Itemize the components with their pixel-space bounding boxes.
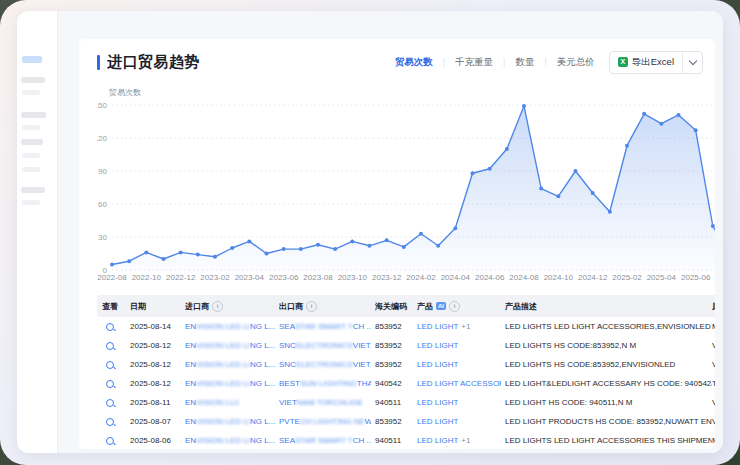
exporter-link[interactable]: SNCELECTRONICSVIET...: [279, 360, 371, 369]
sidebar-placeholder-item[interactable]: [22, 153, 40, 158]
exporter-link[interactable]: VIETNAM TORCHLIGE: [279, 398, 363, 407]
importer-link[interactable]: ENVISION LED LING L...: [185, 379, 275, 388]
metric-tab-1[interactable]: 贸易次数: [393, 56, 435, 69]
chart-data-point[interactable]: [711, 224, 715, 228]
chart-data-point[interactable]: [436, 244, 440, 248]
importer-link[interactable]: ENVISION LED LING L...: [185, 322, 275, 331]
chart-data-point[interactable]: [505, 147, 509, 151]
chart-data-point[interactable]: [127, 259, 131, 263]
name-blurred-segment: VISION LED LI: [196, 360, 250, 369]
title-accent-bar: [97, 55, 100, 70]
importer-link[interactable]: ENVISION LED LING L...: [185, 436, 275, 445]
sidebar-placeholder-item[interactable]: [21, 112, 46, 118]
export-dropdown-button[interactable]: [682, 52, 702, 73]
chart-data-point[interactable]: [179, 250, 183, 254]
chart-data-point[interactable]: [299, 247, 303, 251]
y-axis-tick-label: 90: [98, 167, 107, 176]
y-axis-tick-label: 120: [97, 134, 108, 143]
chart-data-point[interactable]: [316, 243, 320, 247]
magnifier-icon[interactable]: [106, 361, 114, 369]
chart-data-point[interactable]: [591, 191, 595, 195]
magnifier-icon[interactable]: [106, 418, 114, 426]
product-link[interactable]: LED LIGHT: [417, 360, 458, 369]
sidebar-placeholder-item[interactable]: [21, 187, 45, 193]
chart-data-point[interactable]: [196, 253, 200, 257]
info-icon[interactable]: i: [306, 301, 317, 312]
chart-data-point[interactable]: [694, 128, 698, 132]
name-visible-suffix: NG L...: [250, 417, 275, 426]
exporter-link[interactable]: PVTECH LIGHTING NEW VI...: [279, 417, 371, 426]
chart-data-point[interactable]: [230, 246, 234, 250]
chart-data-point[interactable]: [110, 263, 114, 267]
importer-link[interactable]: ENVISION LED LING L...: [185, 360, 275, 369]
product-link[interactable]: LED LIGHT: [417, 417, 458, 426]
info-icon[interactable]: i: [212, 301, 223, 312]
magnifier-icon[interactable]: [106, 399, 114, 407]
sidebar-placeholder-item[interactable]: [22, 125, 40, 130]
chart-data-point[interactable]: [471, 171, 475, 175]
magnifier-icon[interactable]: [106, 342, 114, 350]
product-link[interactable]: LED LIGHT: [417, 322, 458, 331]
exporter-link[interactable]: SNCELECTRONICSVIET...: [279, 341, 371, 350]
export-excel-button[interactable]: X 导出Excel: [610, 56, 682, 69]
sidebar-placeholder-item[interactable]: [22, 167, 40, 172]
chart-data-point[interactable]: [402, 245, 406, 249]
tab-separator: |: [503, 57, 505, 67]
exporter-link[interactable]: BESTSUN LIGHTINGTHA...: [279, 379, 371, 388]
name-blurred-segment: VISION LED LI: [196, 417, 250, 426]
sidebar-placeholder-item[interactable]: [21, 139, 43, 145]
product-link[interactable]: LED LIGHT: [417, 341, 458, 350]
magnifier-icon[interactable]: [106, 437, 114, 445]
name-visible-suffix: NG L...: [250, 322, 275, 331]
importer-link[interactable]: ENVISION LLC: [185, 398, 240, 407]
product-link[interactable]: LED LIGHT: [417, 398, 458, 407]
origin-country-cell: Malaysia: [712, 436, 715, 445]
sidebar-placeholder-item[interactable]: [22, 200, 40, 205]
chart-data-point[interactable]: [659, 122, 663, 126]
exporter-link[interactable]: SEASTAR SMART TCH ...: [279, 436, 371, 445]
name-blurred-segment: STAR SMART T: [295, 322, 353, 331]
chart-data-point[interactable]: [385, 238, 389, 242]
hs-code-cell: 853952: [375, 360, 417, 369]
metric-tab-3[interactable]: 数量: [513, 56, 536, 69]
chart-data-point[interactable]: [488, 167, 492, 171]
chart-data-point[interactable]: [574, 169, 578, 173]
chart-data-point[interactable]: [642, 112, 646, 116]
chart-data-point[interactable]: [247, 239, 251, 243]
info-icon[interactable]: i: [449, 301, 460, 312]
chart-data-point[interactable]: [556, 194, 560, 198]
magnifier-icon[interactable]: [106, 380, 114, 388]
magnifier-icon[interactable]: [106, 323, 114, 331]
trade-trend-chart: 贸易次数03060901201502022-082022-102022-1220…: [97, 85, 715, 283]
chart-data-point[interactable]: [625, 144, 629, 148]
chart-data-point[interactable]: [677, 113, 681, 117]
chart-data-point[interactable]: [282, 247, 286, 251]
chart-data-point[interactable]: [144, 250, 148, 254]
date-cell: 2025-08-12: [130, 360, 185, 369]
chart-data-point[interactable]: [419, 232, 423, 236]
chart-data-point[interactable]: [368, 244, 372, 248]
chart-data-point[interactable]: [539, 187, 543, 191]
metric-tab-4[interactable]: 美元总价: [555, 56, 597, 69]
importer-link[interactable]: ENVISION LED LING L...: [185, 417, 275, 426]
table-header-cell: 查看: [102, 301, 130, 312]
sidebar-placeholder-item[interactable]: [22, 90, 40, 95]
exporter-link[interactable]: SEASTAR SMART TCH ...: [279, 322, 371, 331]
metric-tab-2[interactable]: 千克重量: [453, 56, 495, 69]
x-axis-tick-label: 2023-08: [303, 273, 333, 282]
chart-data-point[interactable]: [162, 257, 166, 261]
chart-data-point[interactable]: [608, 210, 612, 214]
chart-data-point[interactable]: [522, 104, 526, 108]
product-link[interactable]: LED LIGHT: [417, 436, 458, 445]
chart-data-point[interactable]: [333, 247, 337, 251]
chart-data-point[interactable]: [265, 252, 269, 256]
x-axis-tick-label: 2024-10: [544, 273, 574, 282]
chart-data-point[interactable]: [453, 226, 457, 230]
sidebar-placeholder-item[interactable]: [21, 77, 45, 83]
product-link[interactable]: LED LIGHT ACCESSORY: [417, 379, 501, 388]
chart-data-point[interactable]: [350, 239, 354, 243]
sidebar-item-active[interactable]: [22, 56, 42, 63]
importer-link[interactable]: ENVISION LED LING L...: [185, 341, 275, 350]
origin-country-cell: Vietnam: [712, 417, 715, 426]
chart-data-point[interactable]: [213, 255, 217, 259]
